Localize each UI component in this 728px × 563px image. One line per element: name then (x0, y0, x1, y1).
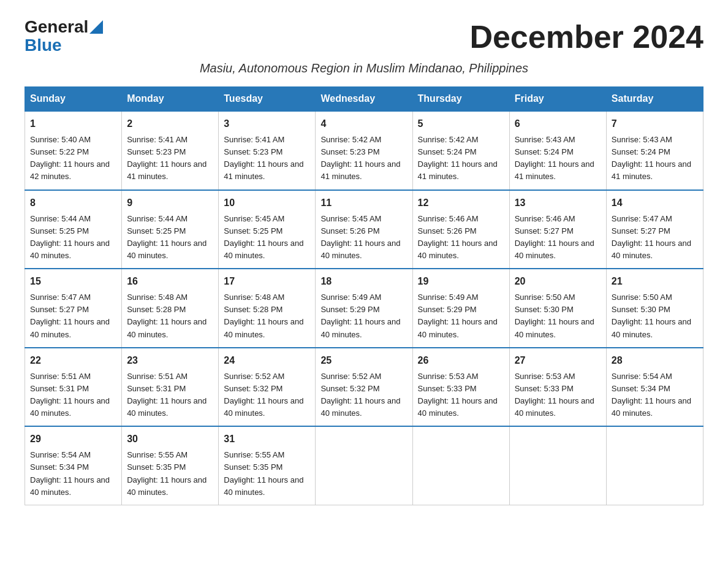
day-number: 7 (612, 117, 698, 131)
calendar-cell: 1Sunrise: 5:40 AMSunset: 5:22 PMDaylight… (25, 111, 122, 190)
day-info: Sunrise: 5:51 AMSunset: 5:31 PMDaylight:… (127, 370, 213, 420)
day-info: Sunrise: 5:55 AMSunset: 5:35 PMDaylight:… (224, 449, 310, 499)
day-info: Sunrise: 5:43 AMSunset: 5:24 PMDaylight:… (612, 134, 698, 183)
day-number: 10 (224, 196, 310, 210)
header-tuesday: Tuesday (219, 87, 316, 112)
day-info: Sunrise: 5:55 AMSunset: 5:35 PMDaylight:… (127, 449, 213, 499)
day-number: 29 (30, 432, 116, 446)
day-number: 4 (320, 117, 407, 131)
calendar-cell: 6Sunrise: 5:43 AMSunset: 5:24 PMDaylight… (509, 111, 606, 190)
calendar-cell (509, 426, 606, 505)
calendar-cell: 30Sunrise: 5:55 AMSunset: 5:35 PMDayligh… (122, 426, 219, 505)
calendar-cell: 13Sunrise: 5:46 AMSunset: 5:27 PMDayligh… (509, 190, 606, 269)
day-number: 8 (30, 196, 116, 210)
calendar-cell: 29Sunrise: 5:54 AMSunset: 5:34 PMDayligh… (25, 426, 122, 505)
calendar-week-row: 1Sunrise: 5:40 AMSunset: 5:22 PMDaylight… (25, 111, 703, 190)
day-info: Sunrise: 5:51 AMSunset: 5:31 PMDaylight:… (30, 370, 116, 420)
day-number: 22 (30, 353, 116, 368)
calendar-cell: 28Sunrise: 5:54 AMSunset: 5:34 PMDayligh… (606, 348, 703, 427)
day-info: Sunrise: 5:46 AMSunset: 5:27 PMDaylight:… (515, 213, 601, 262)
day-info: Sunrise: 5:50 AMSunset: 5:30 PMDaylight:… (612, 291, 698, 341)
day-info: Sunrise: 5:53 AMSunset: 5:33 PMDaylight:… (418, 370, 504, 420)
calendar-cell: 27Sunrise: 5:53 AMSunset: 5:33 PMDayligh… (509, 348, 606, 427)
day-number: 6 (515, 117, 601, 131)
day-info: Sunrise: 5:49 AMSunset: 5:29 PMDaylight:… (418, 291, 504, 341)
day-info: Sunrise: 5:48 AMSunset: 5:28 PMDaylight:… (224, 291, 310, 341)
calendar-cell: 5Sunrise: 5:42 AMSunset: 5:24 PMDaylight… (412, 111, 509, 190)
day-number: 18 (320, 274, 407, 289)
day-info: Sunrise: 5:42 AMSunset: 5:23 PMDaylight:… (320, 134, 407, 183)
day-number: 20 (515, 274, 601, 289)
day-number: 5 (418, 117, 504, 131)
logo-general-text: General (25, 17, 88, 36)
day-number: 9 (127, 196, 213, 210)
calendar-cell: 23Sunrise: 5:51 AMSunset: 5:31 PMDayligh… (122, 348, 219, 427)
calendar-cell: 11Sunrise: 5:45 AMSunset: 5:26 PMDayligh… (316, 190, 412, 269)
calendar-cell: 24Sunrise: 5:52 AMSunset: 5:32 PMDayligh… (219, 348, 316, 427)
calendar-week-row: 8Sunrise: 5:44 AMSunset: 5:25 PMDaylight… (25, 190, 703, 269)
calendar-cell (412, 426, 509, 505)
calendar-cell: 10Sunrise: 5:45 AMSunset: 5:25 PMDayligh… (219, 190, 316, 269)
day-number: 21 (612, 274, 698, 289)
day-info: Sunrise: 5:54 AMSunset: 5:34 PMDaylight:… (30, 449, 116, 499)
day-info: Sunrise: 5:52 AMSunset: 5:32 PMDaylight:… (320, 370, 407, 420)
day-number: 17 (224, 274, 310, 289)
month-title: December 2024 (469, 18, 703, 55)
calendar-table: SundayMondayTuesdayWednesdayThursdayFrid… (25, 86, 703, 505)
calendar-cell: 9Sunrise: 5:44 AMSunset: 5:25 PMDaylight… (122, 190, 219, 269)
day-number: 31 (224, 432, 310, 446)
day-info: Sunrise: 5:44 AMSunset: 5:25 PMDaylight:… (127, 213, 213, 262)
day-info: Sunrise: 5:53 AMSunset: 5:33 PMDaylight:… (515, 370, 601, 420)
header: General Blue December 2024 (25, 18, 703, 55)
calendar-cell: 20Sunrise: 5:50 AMSunset: 5:30 PMDayligh… (509, 269, 606, 348)
day-number: 13 (515, 196, 601, 210)
day-number: 3 (224, 117, 310, 131)
calendar-cell: 7Sunrise: 5:43 AMSunset: 5:24 PMDaylight… (606, 111, 703, 190)
day-info: Sunrise: 5:49 AMSunset: 5:29 PMDaylight:… (320, 291, 407, 341)
day-number: 26 (418, 353, 504, 368)
day-info: Sunrise: 5:50 AMSunset: 5:30 PMDaylight:… (515, 291, 601, 341)
calendar-week-row: 29Sunrise: 5:54 AMSunset: 5:34 PMDayligh… (25, 426, 703, 505)
header-thursday: Thursday (412, 87, 509, 112)
header-friday: Friday (509, 87, 606, 112)
calendar-cell: 2Sunrise: 5:41 AMSunset: 5:23 PMDaylight… (122, 111, 219, 190)
calendar-cell: 17Sunrise: 5:48 AMSunset: 5:28 PMDayligh… (219, 269, 316, 348)
calendar-cell: 16Sunrise: 5:48 AMSunset: 5:28 PMDayligh… (122, 269, 219, 348)
calendar-cell: 25Sunrise: 5:52 AMSunset: 5:32 PMDayligh… (316, 348, 412, 427)
day-number: 27 (515, 353, 601, 368)
header-saturday: Saturday (606, 87, 703, 112)
calendar-week-row: 22Sunrise: 5:51 AMSunset: 5:31 PMDayligh… (25, 348, 703, 427)
calendar-cell (316, 426, 412, 505)
day-number: 11 (320, 196, 407, 210)
calendar-cell: 4Sunrise: 5:42 AMSunset: 5:23 PMDaylight… (316, 111, 412, 190)
day-info: Sunrise: 5:40 AMSunset: 5:22 PMDaylight:… (30, 134, 116, 183)
calendar-cell: 14Sunrise: 5:47 AMSunset: 5:27 PMDayligh… (606, 190, 703, 269)
day-info: Sunrise: 5:48 AMSunset: 5:28 PMDaylight:… (127, 291, 213, 341)
header-monday: Monday (122, 87, 219, 112)
day-number: 14 (612, 196, 698, 210)
logo-blue-text: Blue (25, 36, 62, 55)
calendar-cell: 22Sunrise: 5:51 AMSunset: 5:31 PMDayligh… (25, 348, 122, 427)
day-info: Sunrise: 5:47 AMSunset: 5:27 PMDaylight:… (612, 213, 698, 262)
day-info: Sunrise: 5:52 AMSunset: 5:32 PMDaylight:… (224, 370, 310, 420)
day-number: 16 (127, 274, 213, 289)
day-info: Sunrise: 5:47 AMSunset: 5:27 PMDaylight:… (30, 291, 116, 341)
calendar-cell: 18Sunrise: 5:49 AMSunset: 5:29 PMDayligh… (316, 269, 412, 348)
day-info: Sunrise: 5:45 AMSunset: 5:25 PMDaylight:… (224, 213, 310, 262)
day-info: Sunrise: 5:42 AMSunset: 5:24 PMDaylight:… (418, 134, 504, 183)
calendar-cell: 12Sunrise: 5:46 AMSunset: 5:26 PMDayligh… (412, 190, 509, 269)
day-info: Sunrise: 5:54 AMSunset: 5:34 PMDaylight:… (612, 370, 698, 420)
day-info: Sunrise: 5:44 AMSunset: 5:25 PMDaylight:… (30, 213, 116, 262)
logo: General Blue (25, 18, 103, 54)
day-number: 15 (30, 274, 116, 289)
day-info: Sunrise: 5:43 AMSunset: 5:24 PMDaylight:… (515, 134, 601, 183)
calendar-cell (606, 426, 703, 505)
calendar-cell: 21Sunrise: 5:50 AMSunset: 5:30 PMDayligh… (606, 269, 703, 348)
day-number: 1 (30, 117, 116, 131)
day-info: Sunrise: 5:41 AMSunset: 5:23 PMDaylight:… (224, 134, 310, 183)
calendar-cell: 26Sunrise: 5:53 AMSunset: 5:33 PMDayligh… (412, 348, 509, 427)
calendar-cell: 8Sunrise: 5:44 AMSunset: 5:25 PMDaylight… (25, 190, 122, 269)
calendar-cell: 15Sunrise: 5:47 AMSunset: 5:27 PMDayligh… (25, 269, 122, 348)
logo-triangle-icon (89, 20, 103, 34)
day-number: 19 (418, 274, 504, 289)
